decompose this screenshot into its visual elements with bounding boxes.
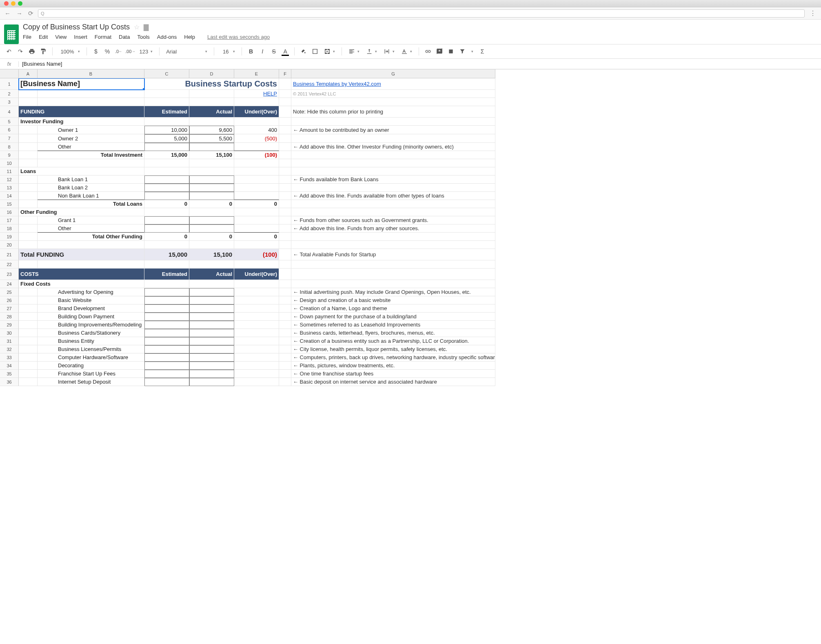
- cell-fc-note[interactable]: ← Design and creation of a basic website: [291, 296, 495, 304]
- cell[interactable]: [19, 224, 38, 233]
- cell-fc-note[interactable]: ← Plants, pictures, window treatments, e…: [291, 362, 495, 370]
- menu-addons[interactable]: Add-ons: [157, 34, 177, 40]
- cell-inv-other[interactable]: Other: [38, 143, 144, 151]
- cell-fc-note[interactable]: ← Initial advertising push. May include …: [291, 288, 495, 296]
- font-family-select[interactable]: Arial▾: [164, 49, 210, 55]
- cell[interactable]: [189, 280, 234, 288]
- cell[interactable]: [189, 313, 234, 321]
- row-header[interactable]: 31: [0, 337, 19, 345]
- cell[interactable]: [291, 269, 495, 280]
- cell[interactable]: [19, 90, 38, 98]
- cell[interactable]: [38, 90, 144, 98]
- cell[interactable]: [144, 208, 189, 216]
- cell[interactable]: [279, 313, 291, 321]
- cell-fc-label[interactable]: Basic Website: [38, 296, 144, 304]
- cell[interactable]: [144, 216, 189, 224]
- paint-format-button[interactable]: [38, 47, 48, 56]
- cell[interactable]: [234, 224, 279, 233]
- row-header[interactable]: 8: [0, 143, 19, 151]
- cell-loans-hdr[interactable]: Loans: [19, 167, 144, 175]
- cell[interactable]: [189, 167, 234, 175]
- cell[interactable]: [144, 288, 189, 296]
- cell-fc-note[interactable]: ← Business cards, letterhead, flyers, br…: [291, 329, 495, 337]
- col-header-E[interactable]: E: [234, 69, 279, 78]
- cell[interactable]: [234, 241, 279, 249]
- cell-ti-act[interactable]: 15,100: [189, 151, 234, 159]
- cell[interactable]: [291, 118, 495, 126]
- cell-fc-label[interactable]: Building Down Payment: [38, 313, 144, 321]
- menu-insert[interactable]: Insert: [74, 34, 87, 40]
- cell-fc-label[interactable]: Advertising for Opening: [38, 288, 144, 296]
- cell-fc-note[interactable]: ← Computers, printers, back up drives, n…: [291, 353, 495, 362]
- row-header[interactable]: 18: [0, 224, 19, 233]
- cell-tl-est[interactable]: 0: [144, 200, 189, 208]
- cell[interactable]: [279, 200, 291, 208]
- cell-copyright[interactable]: © 2011 Vertex42 LLC: [291, 90, 495, 98]
- cell-help-link[interactable]: HELP: [234, 90, 279, 98]
- cell[interactable]: [189, 118, 234, 126]
- cell[interactable]: [144, 192, 189, 200]
- cell[interactable]: [189, 241, 234, 249]
- row-header[interactable]: 22: [0, 260, 19, 269]
- cell[interactable]: [291, 280, 495, 288]
- cell[interactable]: [19, 98, 38, 106]
- cell[interactable]: [189, 98, 234, 106]
- cell[interactable]: [279, 249, 291, 260]
- cell[interactable]: [144, 260, 189, 269]
- cell-bank1[interactable]: Bank Loan 1: [38, 175, 144, 184]
- cell-fc-note[interactable]: ← One time franchise startup fees: [291, 370, 495, 378]
- reload-button[interactable]: ⟳: [27, 10, 35, 17]
- cell[interactable]: [144, 175, 189, 184]
- col-label-estimated[interactable]: Estimated: [144, 269, 189, 280]
- print-button[interactable]: [27, 47, 37, 56]
- cell[interactable]: [279, 143, 291, 151]
- cell[interactable]: [279, 260, 291, 269]
- cell[interactable]: [19, 313, 38, 321]
- cell[interactable]: [279, 337, 291, 345]
- cell-bank2[interactable]: Bank Loan 2: [38, 184, 144, 192]
- cell-ti-est[interactable]: 15,000: [144, 151, 189, 159]
- row-header[interactable]: 33: [0, 353, 19, 362]
- cell[interactable]: [38, 241, 144, 249]
- menu-view[interactable]: View: [55, 34, 67, 40]
- cell-nonbank1[interactable]: Non Bank Loan 1: [38, 192, 144, 200]
- cell[interactable]: [189, 260, 234, 269]
- cell-note[interactable]: ← Add above this line. Other Investor Fu…: [291, 143, 495, 151]
- cell[interactable]: [189, 321, 234, 329]
- fill-color-button[interactable]: [299, 47, 308, 56]
- cell[interactable]: [19, 370, 38, 378]
- row-header[interactable]: 24: [0, 280, 19, 288]
- cell[interactable]: [234, 208, 279, 216]
- cell-print-note[interactable]: Note: Hide this column prior to printing: [291, 106, 495, 118]
- cell-tf-uo[interactable]: (100): [234, 249, 279, 260]
- cell[interactable]: [38, 159, 144, 167]
- cell-total-funding[interactable]: Total FUNDING: [19, 249, 144, 260]
- cell[interactable]: [291, 260, 495, 269]
- cell[interactable]: [144, 321, 189, 329]
- cell[interactable]: [279, 159, 291, 167]
- cell[interactable]: [19, 175, 38, 184]
- cell[interactable]: [19, 126, 38, 134]
- cell[interactable]: [144, 313, 189, 321]
- cell[interactable]: [144, 167, 189, 175]
- cell[interactable]: [234, 337, 279, 345]
- cell-note[interactable]: ← Add above this line. Funds available f…: [291, 192, 495, 200]
- cell-fc-note[interactable]: ← Sometimes referred to as Leasehold Imp…: [291, 321, 495, 329]
- cell[interactable]: [234, 98, 279, 106]
- cell[interactable]: [189, 90, 234, 98]
- spreadsheet-grid[interactable]: A B C D E F G 1 [Business Name] Business…: [0, 69, 821, 639]
- cell[interactable]: [234, 175, 279, 184]
- more-formats-select[interactable]: 123▾: [137, 49, 155, 55]
- row-header[interactable]: 9: [0, 151, 19, 159]
- bold-button[interactable]: B: [246, 47, 256, 56]
- format-currency-button[interactable]: $: [91, 47, 101, 56]
- cell-owner2[interactable]: Owner 2: [38, 134, 144, 143]
- star-icon[interactable]: ☆: [134, 23, 140, 31]
- row-header[interactable]: 19: [0, 233, 19, 241]
- cell[interactable]: [189, 216, 234, 224]
- row-header[interactable]: 7: [0, 134, 19, 143]
- select-all-corner[interactable]: [0, 69, 19, 78]
- menu-file[interactable]: File: [23, 34, 31, 40]
- cell-owner1-act[interactable]: 9,600: [189, 126, 234, 134]
- cell[interactable]: [38, 98, 144, 106]
